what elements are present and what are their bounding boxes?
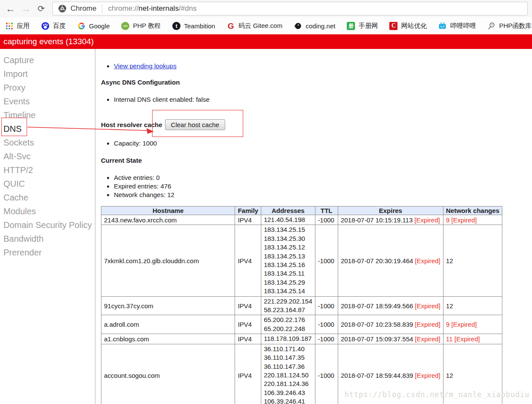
cell-expires: 2018-07-07 15:09:37.554 [Expired] (338, 334, 443, 344)
bookmark-label: 网站优化 (401, 22, 427, 30)
sidebar: CaptureImportProxyEventsTimelineDNSSocke… (0, 49, 95, 404)
cell-addresses: 221.229.202.15458.223.164.87 (261, 296, 315, 315)
bookmark-label: 哔哩哔哩 (450, 22, 476, 30)
sidebar-item-import[interactable]: Import (0, 67, 95, 81)
table-row: a.adroll.comIPV465.200.22.17665.200.22.2… (101, 315, 502, 334)
chrome-logo-icon (58, 4, 67, 13)
forward-icon: → (19, 2, 33, 15)
bookmark-label: coding.net (306, 22, 335, 30)
bookmark-item[interactable]: G码云 Gitee.com (227, 22, 283, 30)
col-family: Family (235, 207, 261, 215)
expired-entries-bullet: Expired entries: 476 (114, 182, 532, 191)
internal-dns-bullet: Internal DNS client enabled: false (114, 95, 532, 104)
coding-bird-icon (294, 22, 302, 30)
async-dns-heading: Async DNS Configuration (101, 79, 532, 86)
col-expires: Expires (338, 207, 443, 215)
bookmark-item[interactable]: 百度 (41, 22, 66, 30)
view-pending-lookups-link[interactable]: View pending lookups (114, 62, 177, 70)
current-state-heading: Current State (101, 157, 532, 164)
sidebar-item-alt-svc[interactable]: Alt-Svc (0, 149, 95, 163)
sidebar-item-domain-security-policy[interactable]: Domain Security Policy (0, 218, 95, 232)
cell-ttl: -1000 (315, 225, 338, 296)
url-text: chrome://net-internals/#dns (108, 4, 196, 13)
bookmark-label: PHP函数库 (499, 22, 532, 30)
teambition-icon: t (172, 22, 180, 30)
cell-family: IPV4 (235, 215, 261, 225)
bookmark-item[interactable]: C网站优化 (389, 22, 427, 30)
apps-grid-icon (5, 22, 13, 30)
sidebar-item-sockets[interactable]: Sockets (0, 136, 95, 149)
sidebar-item-dns[interactable]: DNS (0, 122, 95, 136)
cell-addresses: 36.110.171.4036.110.147.3536.110.147.362… (261, 344, 315, 404)
content-area: CaptureImportProxyEventsTimelineDNSSocke… (0, 49, 532, 404)
bookmark-item[interactable]: 册手册网 (347, 22, 378, 30)
omnibox-separator (102, 4, 102, 13)
table-row: 2143.new.favo.xrcch.comIPV4121.40.54.198… (101, 215, 502, 225)
sidebar-item-timeline[interactable]: Timeline (0, 108, 95, 122)
reload-icon[interactable]: ⟳ (34, 2, 48, 15)
cell-hostname: account.sogou.com (101, 344, 235, 404)
bookmark-label: PHP 教程 (133, 22, 161, 30)
back-icon[interactable]: ← (3, 2, 17, 15)
cell-family: IPV4 (235, 225, 261, 296)
sidebar-item-capture[interactable]: Capture (0, 53, 95, 67)
table-row: a1.cnblogs.comIPV4118.178.109.187-100020… (101, 334, 502, 344)
gitee-icon: G (227, 22, 235, 30)
cell-addresses: 65.200.22.17665.200.22.248 (261, 315, 315, 334)
baidu-icon (41, 22, 49, 30)
cell-family: IPV4 (235, 296, 261, 315)
bookmarks-bar: 应用百度Google</>PHP 教程tTeambitionG码云 Gitee.… (0, 17, 532, 34)
sidebar-item-modules[interactable]: Modules (0, 204, 95, 218)
sidebar-item-quic[interactable]: QUIC (0, 177, 95, 191)
cell-family: IPV4 (235, 334, 261, 344)
cell-ttl: -1000 (315, 344, 338, 404)
manual-icon: 册 (347, 22, 355, 30)
sidebar-item-bandwidth[interactable]: Bandwidth (0, 232, 95, 246)
sidebar-item-cache[interactable]: Cache (0, 191, 95, 204)
cell-hostname: a1.cnblogs.com (101, 334, 235, 344)
cell-ttl: -1000 (315, 315, 338, 334)
cell-hostname: 7xkmkl.com1.z0.glb.clouddn.com (101, 225, 235, 296)
bookmark-item[interactable]: 应用 (5, 22, 30, 30)
dns-table-body: 2143.new.favo.xrcch.comIPV4121.40.54.198… (101, 215, 502, 404)
cell-hostname: a.adroll.com (101, 315, 235, 334)
cell-network-changes: 11 [Expired] (443, 334, 502, 344)
cell-network-changes: 12 (443, 225, 502, 296)
sidebar-item-proxy[interactable]: Proxy (0, 81, 95, 94)
dns-panel: View pending lookups Async DNS Configura… (95, 49, 532, 404)
bookmark-label: 百度 (53, 22, 66, 30)
cell-ttl: -1000 (315, 334, 338, 344)
bookmark-label: 手册网 (358, 22, 378, 30)
bookmark-item[interactable]: PHP函数库 (487, 22, 532, 30)
cell-network-changes: 9 [Expired] (443, 215, 502, 225)
cell-expires: 2018-07-07 10:15:19.113 [Expired] (338, 215, 443, 225)
sidebar-item-prerender[interactable]: Prerender (0, 246, 95, 259)
browser-toolbar: ← → ⟳ Chrome chrome://net-internals/#dns (0, 0, 532, 17)
sidebar-item-events[interactable]: Events (0, 94, 95, 108)
bilibili-icon (438, 22, 446, 30)
sidebar-item-http-2[interactable]: HTTP/2 (0, 163, 95, 177)
bookmark-item[interactable]: tTeambition (172, 22, 215, 30)
cell-hostname: 2143.new.favo.xrcch.com (101, 215, 235, 225)
clear-host-cache-button[interactable]: Clear host cache (165, 119, 226, 130)
col-network-changes: Network changes (443, 207, 502, 215)
cell-hostname: 91cycn.37cy.com (101, 296, 235, 315)
bookmark-item[interactable]: 哔哩哔哩 (438, 22, 476, 30)
bookmark-item[interactable]: Google (77, 22, 110, 30)
host-resolver-heading: Host resolver cache (101, 121, 162, 128)
col-ttl: TTL (315, 207, 338, 215)
cell-ttl: -1000 (315, 215, 338, 225)
address-bar[interactable]: Chrome chrome://net-internals/#dns (52, 2, 528, 15)
chrome-label: Chrome (70, 4, 96, 13)
bookmark-item[interactable]: </>PHP 教程 (121, 22, 161, 30)
capture-status-banner: capturing events (13304) (0, 34, 532, 49)
dns-cache-table: Hostname Family Addresses TTL Expires Ne… (101, 206, 502, 404)
bookmark-item[interactable]: coding.net (294, 22, 335, 30)
cell-expires: 2018-07-07 20:30:19.464 [Expired] (338, 225, 443, 296)
watermark: https://blog.csdn.net/m_nanle_xiaobudiu (345, 390, 529, 399)
cell-addresses: 118.178.109.187 (261, 334, 315, 344)
col-addresses: Addresses (261, 207, 315, 215)
table-header-row: Hostname Family Addresses TTL Expires Ne… (101, 207, 502, 215)
seo-icon: C (389, 22, 397, 30)
cell-network-changes: 12 (443, 296, 502, 315)
